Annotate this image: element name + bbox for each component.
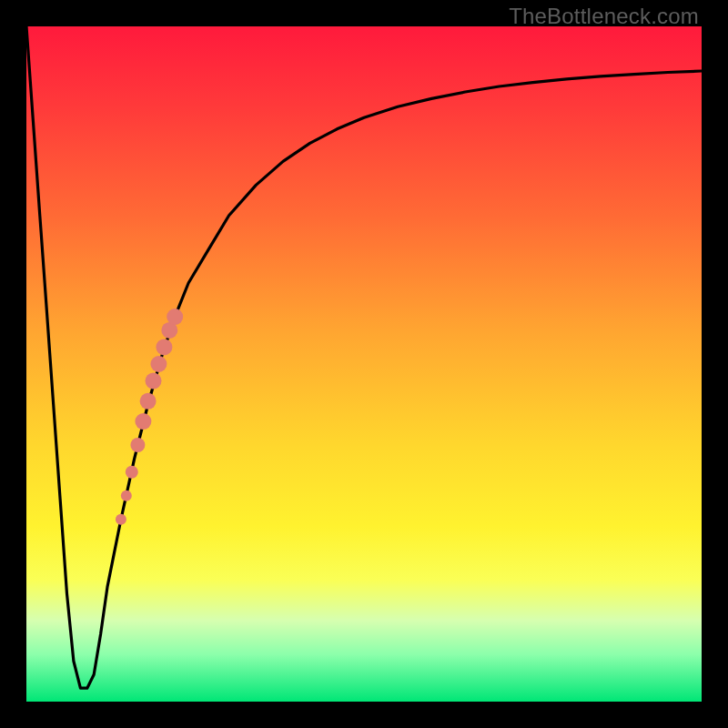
highlight-dot [121, 490, 132, 501]
highlight-dot [167, 308, 183, 325]
watermark-text: TheBottleneck.com [509, 4, 699, 29]
highlight-dot [116, 514, 126, 525]
highlighted-points [116, 308, 183, 525]
highlight-dot [146, 373, 162, 389]
highlight-dot [150, 356, 167, 372]
highlight-dot [126, 466, 138, 479]
highlight-dot [156, 339, 172, 355]
chart-overlay [26, 26, 702, 702]
highlight-dot [140, 393, 157, 410]
highlight-dot [130, 438, 145, 452]
highlight-dot [135, 413, 151, 430]
chart-stage: TheBottleneck.com [0, 0, 728, 728]
bottleneck-curve [26, 26, 702, 688]
